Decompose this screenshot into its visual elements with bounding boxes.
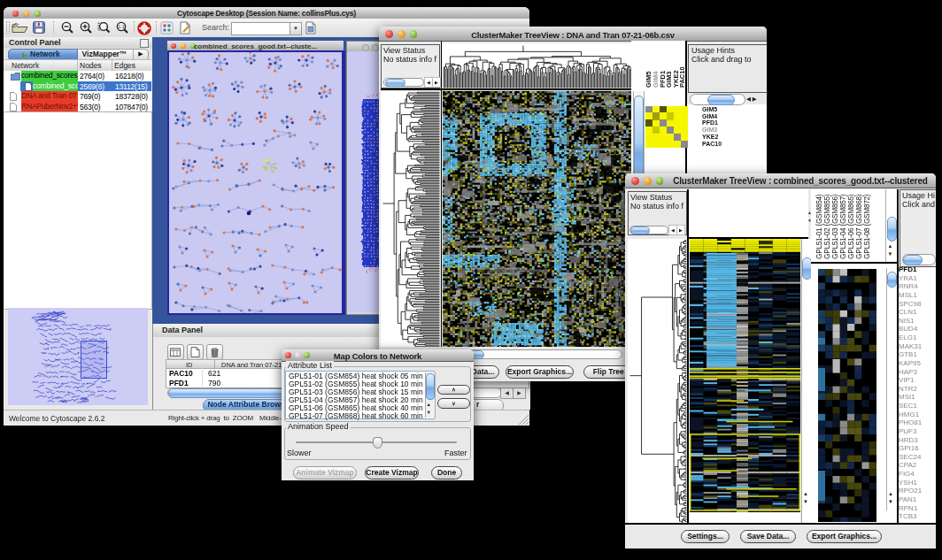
svg-text:1:1: 1:1: [119, 24, 125, 29]
